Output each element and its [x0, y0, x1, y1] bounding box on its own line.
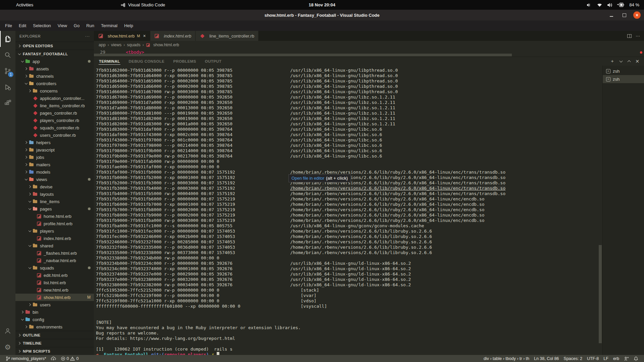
menu-item-help[interactable]: Help [121, 22, 136, 29]
tree-file-players-controller-rb[interactable]: players_controller.rb [15, 117, 94, 124]
menu-item-selection[interactable]: Selection [30, 22, 54, 29]
tree-file--flashes-html-erb[interactable]: _flashes.html.erb [15, 249, 94, 257]
tree-folder-app[interactable]: app [15, 58, 94, 65]
tree-folder-mailers[interactable]: mailers [15, 161, 94, 168]
feedback-item[interactable] [622, 356, 631, 361]
tab-line-items-controller-rb[interactable]: line_items_controller.rb [196, 31, 259, 41]
publish-changes-item[interactable] [49, 355, 58, 362]
menu-item-file[interactable]: File [2, 22, 15, 29]
tree-file-edit-html-erb[interactable]: edit.html.erb [15, 272, 94, 279]
restore-button[interactable] [621, 11, 628, 19]
tooltip-action-label[interactable]: Open file in editor [291, 176, 324, 181]
tree-folder-concerns[interactable]: concerns [15, 87, 94, 95]
tab-index-html-erb[interactable]: index.html.erb [150, 31, 196, 41]
tree-file-application-controller-[interactable]: application_controller... [15, 95, 94, 102]
panel-tab-output[interactable]: OUTPUT [205, 58, 222, 65]
tree-folder-assets[interactable]: assets [15, 65, 94, 72]
tree-file-squads-controller-rb[interactable]: squads_controller.rb [15, 124, 94, 131]
tree-folder-channels[interactable]: channels [15, 72, 94, 80]
terminal-dropdown-icon[interactable] [619, 60, 623, 63]
explorer-activity-button[interactable] [0, 31, 15, 47]
breadcrumb-item-app[interactable]: app [99, 43, 106, 47]
tree-folder-config[interactable]: config [15, 316, 94, 323]
tree-folder-line-items[interactable]: line_items [15, 198, 94, 205]
clock[interactable]: 18 Nov 20:04 [309, 2, 335, 7]
workspace-root-section[interactable]: FANTASY_FOOTABALL [15, 50, 94, 58]
close-panel-icon[interactable]: ✕ [635, 59, 639, 64]
tree-folder-shared[interactable]: shared [15, 242, 94, 249]
tree-folder-views[interactable]: views [15, 176, 94, 183]
panel-tab-debug-console[interactable]: DEBUG CONSOLE [128, 58, 165, 65]
tree-file--navbar-html-erb[interactable]: _navbar.html.erb [15, 257, 94, 264]
terminal-file-link[interactable]: /home/brian/.rbenv/versions/2.6.6/lib/ru… [290, 186, 505, 191]
tree-folder-models[interactable]: models [15, 168, 94, 176]
run-debug-activity-button[interactable] [0, 79, 15, 95]
minimize-button[interactable] [608, 11, 615, 19]
source-control-activity-button[interactable]: 1 [0, 63, 15, 79]
tree-file-home-html-erb[interactable]: home.html.erb [15, 213, 94, 220]
panel-tab-terminal[interactable]: TERMINAL [99, 58, 120, 65]
git-branch-item[interactable]: removing_players* [3, 355, 49, 362]
tree-folder-helpers[interactable]: helpers [15, 139, 94, 146]
tree-folder-layouts[interactable]: layouts [15, 190, 94, 198]
activities-button[interactable]: Activities [13, 2, 37, 7]
tree-folder-devise[interactable]: devise [15, 183, 94, 190]
breadcrumb-item-squads[interactable]: squads [127, 43, 140, 47]
menu-item-run[interactable]: Run [83, 22, 97, 29]
editor-viewport[interactable]: 29 <tbody> [94, 49, 644, 57]
window-title-bar[interactable]: show.html.erb - Fantasy_Footaball - Visu… [0, 10, 644, 20]
tree-folder-jobs[interactable]: jobs [15, 154, 94, 161]
tree-file-users-controller-rb[interactable]: users_controller.rb [15, 131, 94, 139]
split-editor-icon[interactable] [627, 34, 632, 38]
new-terminal-icon[interactable]: ＋ [610, 58, 614, 64]
close-tab-icon[interactable]: × [143, 33, 146, 39]
settings-button[interactable]: ⚙ [0, 339, 15, 355]
search-activity-button[interactable] [0, 47, 15, 63]
npm-scripts-section[interactable]: NPM SCRIPTS [15, 347, 94, 355]
accounts-button[interactable] [0, 323, 15, 339]
terminal[interactable]: Open file in editor (alt + click) 7fb931… [94, 66, 602, 355]
open-editors-section[interactable]: OPEN EDITORS [15, 42, 94, 50]
breadcrumb-item-views[interactable]: views [111, 43, 121, 47]
tree-folder-squads[interactable]: squads [15, 264, 94, 272]
tree-folder-environments[interactable]: environments [15, 323, 94, 330]
cursor-position-item[interactable]: Ln 38, Col 86 [532, 356, 561, 361]
tree-file-new-html-erb[interactable]: new.html.erb [15, 286, 94, 294]
close-button[interactable]: × [633, 11, 641, 19]
tab-show-html-erb[interactable]: show.html.erb M × [94, 31, 150, 41]
menu-item-edit[interactable]: Edit [16, 22, 29, 29]
sidebar-more-actions[interactable]: ··· [85, 34, 90, 38]
menu-item-view[interactable]: View [55, 22, 70, 29]
terminal-instance-2[interactable]: >zsh [603, 75, 644, 83]
breadcrumb-item-show.html.erb[interactable]: show.html.erb [153, 43, 179, 47]
timeline-section[interactable]: TIMELINE [15, 339, 94, 347]
tree-folder-bin[interactable]: bin [15, 308, 94, 316]
terminal-scrollbar[interactable] [599, 245, 602, 343]
tree-file-list-html-erb[interactable]: list.html.erb [15, 279, 94, 286]
terminal-instance-1[interactable]: >zsh [603, 67, 644, 75]
eol-item[interactable]: LF [601, 356, 611, 361]
tree-folder-pages[interactable]: pages [15, 205, 94, 213]
tree-file-profile-html-erb[interactable]: profile.html.erb [15, 220, 94, 227]
language-mode-item[interactable]: erb [611, 356, 622, 361]
extensions-activity-button[interactable] [0, 95, 15, 111]
tree-file-pages-controller-rb[interactable]: pages_controller.rb [15, 109, 94, 117]
problems-item[interactable]: 0 0 [58, 355, 81, 362]
tree-folder-players[interactable]: players [15, 227, 94, 235]
notifications-item[interactable] [631, 356, 641, 361]
tree-file-line-items-controller-rb[interactable]: line_items_controller.rb [15, 102, 94, 109]
editor-horizontal-scrollbar[interactable] [94, 54, 512, 56]
maximize-panel-icon[interactable] [627, 60, 631, 63]
encoding-item[interactable]: UTF-8 [585, 356, 601, 361]
tree-folder-javascript[interactable]: javascript [15, 146, 94, 154]
more-actions-icon[interactable]: ⋯ [636, 34, 640, 39]
tree-file-show-html-erb[interactable]: show.html.erbM [15, 294, 94, 301]
tree-folder-controllers[interactable]: controllers [15, 80, 94, 87]
focused-app-indicator[interactable]: Visual Studio Code [121, 2, 165, 7]
tree-file-index-html-erb[interactable]: index.html.erb [15, 235, 94, 242]
system-tray[interactable]: 84 % [587, 2, 639, 7]
menu-item-go[interactable]: Go [71, 22, 83, 29]
menu-item-terminal[interactable]: Terminal [98, 22, 120, 29]
tree-folder-users[interactable]: users [15, 301, 94, 308]
panel-tab-problems[interactable]: PROBLEMS [173, 58, 196, 65]
